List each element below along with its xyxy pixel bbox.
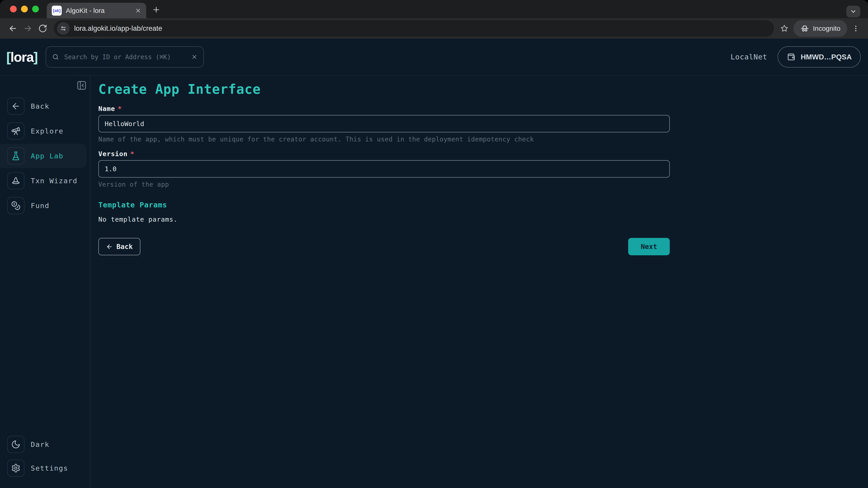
template-params-title: Template Params xyxy=(98,201,868,209)
lora-app: [ lora ] LocalNet HMWD…PQSA xyxy=(0,39,868,488)
reload-icon[interactable] xyxy=(35,21,50,36)
coins-icon xyxy=(7,197,24,214)
sidebar-item-label: Txn Wizard xyxy=(31,177,78,185)
url-text[interactable]: lora.algokit.io/app-lab/create xyxy=(74,24,162,33)
version-field: Version* Version of the app xyxy=(98,150,868,188)
sidebar: Back Explore App Lab xyxy=(0,76,90,488)
bookmark-star-icon[interactable] xyxy=(778,22,791,35)
zoom-window-button[interactable] xyxy=(32,6,39,12)
required-asterisk: * xyxy=(130,150,134,158)
search-icon xyxy=(52,53,59,61)
minimize-window-button[interactable] xyxy=(21,6,28,12)
browser-toolbar: lora.algokit.io/app-lab/create Incognito xyxy=(0,18,868,39)
search-input[interactable] xyxy=(64,53,187,61)
sidebar-item-label: Fund xyxy=(31,201,50,210)
url-bar[interactable]: lora.algokit.io/app-lab/create xyxy=(54,20,774,37)
app-header: [ lora ] LocalNet HMWD…PQSA xyxy=(0,39,868,76)
global-search[interactable] xyxy=(46,46,204,68)
arrow-left-icon xyxy=(106,243,113,250)
sidebar-item-label: App Lab xyxy=(31,152,64,160)
logo-bracket-right: ] xyxy=(33,49,37,65)
sidebar-item-back[interactable]: Back xyxy=(0,94,87,119)
logo-bracket-left: [ xyxy=(6,49,10,65)
browser-window: [ak] AlgoKit - lora lora.algokit.io/a xyxy=(0,0,868,488)
window-controls[interactable] xyxy=(10,6,39,12)
name-label: Name* xyxy=(98,105,868,112)
telescope-icon xyxy=(7,123,24,140)
logo-text: lora xyxy=(10,49,33,65)
site-settings-icon[interactable] xyxy=(57,22,70,35)
forward-nav-icon xyxy=(20,21,35,36)
sidebar-collapse-icon[interactable] xyxy=(76,80,87,91)
browser-tab[interactable]: [ak] AlgoKit - lora xyxy=(47,3,146,18)
network-label[interactable]: LocalNet xyxy=(731,53,767,61)
sidebar-item-txn-wizard[interactable]: Txn Wizard xyxy=(0,168,87,193)
close-window-button[interactable] xyxy=(10,6,17,12)
tab-title: AlgoKit - lora xyxy=(66,7,131,14)
wallet-address: HMWD…PQSA xyxy=(801,53,852,61)
sidebar-item-label: Explore xyxy=(31,127,64,135)
gear-icon xyxy=(7,459,24,477)
tab-favicon: [ak] xyxy=(52,6,62,15)
flask-icon xyxy=(7,147,24,164)
sidebar-item-app-lab[interactable]: App Lab xyxy=(0,144,87,168)
browser-menu-icon[interactable] xyxy=(849,22,863,35)
tab-search-chevron-button[interactable] xyxy=(846,6,860,18)
form-actions: Back Next xyxy=(98,238,670,255)
version-help-text: Version of the app xyxy=(98,181,868,188)
main-content: Create App Interface Name* Name of the a… xyxy=(91,76,868,488)
wallet-icon xyxy=(786,53,796,61)
sidebar-item-explore[interactable]: Explore xyxy=(0,119,87,143)
wallet-button[interactable]: HMWD…PQSA xyxy=(778,46,861,68)
template-params-empty-text: No template params. xyxy=(98,216,868,223)
next-button[interactable]: Next xyxy=(628,238,670,255)
new-tab-button[interactable] xyxy=(152,5,160,14)
required-asterisk: * xyxy=(118,105,122,112)
arrow-left-icon xyxy=(7,98,24,115)
page-title: Create App Interface xyxy=(98,82,868,97)
wizard-hat-icon xyxy=(7,172,24,189)
sidebar-item-label: Settings xyxy=(31,464,68,472)
back-button[interactable]: Back xyxy=(98,238,141,255)
incognito-icon xyxy=(800,24,809,33)
sidebar-item-theme-dark[interactable]: Dark xyxy=(0,436,87,453)
version-label: Version* xyxy=(98,150,868,158)
tab-close-icon[interactable] xyxy=(135,7,141,14)
search-clear-icon[interactable] xyxy=(191,54,197,60)
sidebar-footer: Dark Settings xyxy=(0,436,90,477)
incognito-label: Incognito xyxy=(813,25,840,32)
sidebar-item-label: Back xyxy=(31,102,50,110)
moon-icon xyxy=(7,436,24,453)
sidebar-item-fund[interactable]: Fund xyxy=(0,193,87,218)
back-nav-icon[interactable] xyxy=(5,21,20,36)
version-input[interactable] xyxy=(98,160,670,177)
tab-bar: [ak] AlgoKit - lora xyxy=(0,0,868,18)
lora-logo[interactable]: [ lora ] xyxy=(6,49,37,65)
name-input[interactable] xyxy=(98,115,670,132)
sidebar-nav: Back Explore App Lab xyxy=(0,94,90,218)
incognito-badge: Incognito xyxy=(794,20,847,37)
name-help-text: Name of the app, which must be unique fo… xyxy=(98,135,868,143)
name-field: Name* Name of the app, which must be uni… xyxy=(98,105,868,143)
sidebar-item-settings[interactable]: Settings xyxy=(0,459,87,477)
sidebar-item-label: Dark xyxy=(31,440,50,449)
